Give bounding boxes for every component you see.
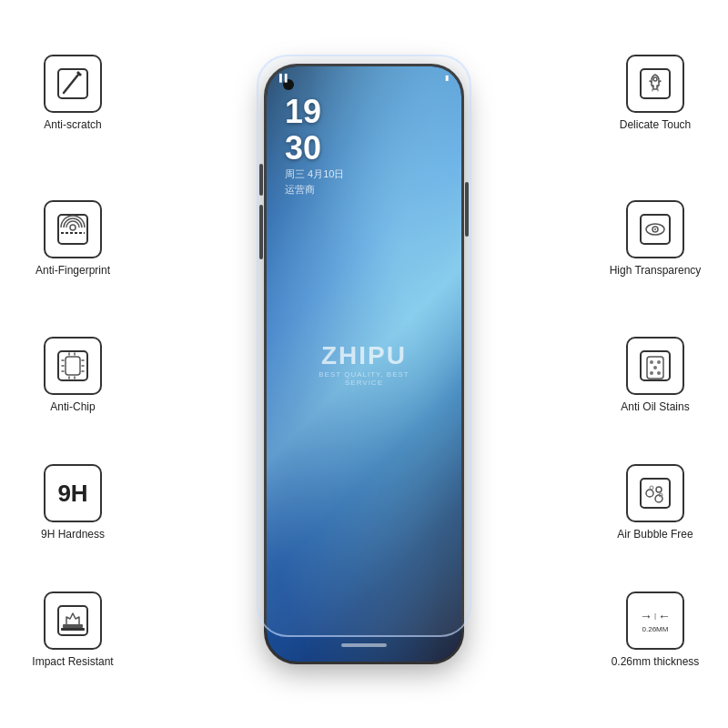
svg-rect-8 [58, 606, 87, 635]
high-transparency-label: High Transparency [610, 264, 702, 277]
home-indicator [341, 643, 387, 647]
feature-impact-resistant: Impact Resistant [18, 592, 127, 668]
chip-icon [56, 349, 89, 382]
svg-point-12 [653, 77, 657, 81]
svg-rect-24 [641, 479, 670, 508]
time-display: 19 30 [285, 93, 321, 167]
svg-line-1 [64, 75, 78, 93]
side-button-left2 [259, 205, 263, 259]
svg-point-28 [650, 486, 653, 490]
svg-point-19 [650, 360, 653, 364]
svg-rect-10 [61, 628, 85, 631]
feature-air-bubble: Air Bubble Free [601, 464, 710, 541]
svg-point-16 [654, 228, 656, 230]
feature-anti-scratch: Anti-scratch [18, 55, 127, 131]
anti-fingerprint-label: Anti-Fingerprint [35, 264, 110, 277]
thickness-icon-box: → | ← 0.26MM [626, 592, 684, 650]
svg-point-4 [70, 225, 76, 230]
bubble-icon-box [626, 464, 684, 522]
side-button-left1 [259, 164, 263, 196]
svg-rect-11 [641, 69, 670, 98]
anti-scratch-label: Anti-scratch [44, 118, 101, 131]
svg-point-26 [656, 487, 662, 492]
9h-label: 9H Hardness [41, 528, 105, 541]
thickness-mm-label: 0.26MM [642, 625, 669, 633]
anti-oil-label: Anti Oil Stains [621, 400, 689, 413]
screen-brand: ZHIPU BEST QUALITY, BEST SERVICE [316, 341, 413, 387]
feature-anti-fingerprint: Anti-Fingerprint [18, 200, 127, 277]
brand-name: ZHIPU [316, 341, 413, 370]
oil-icon [639, 349, 672, 382]
9h-text: 9H [57, 480, 87, 508]
anti-chip-icon-box [44, 337, 102, 395]
fingerprint-icon [56, 213, 89, 246]
phone-screen: ▌▌ ▮ 19 30 周三 4月10日 运营商 ZHIPU BEST QUALI… [267, 66, 461, 662]
transparency-icon [639, 213, 672, 246]
date-display: 周三 4月10日 运营商 [285, 168, 344, 195]
anti-fingerprint-icon-box [44, 200, 102, 258]
phone-wrapper: ▌▌ ▮ 19 30 周三 4月10日 运营商 ZHIPU BEST QUALI… [264, 55, 464, 673]
screen-time: 19 30 [285, 94, 321, 166]
svg-point-22 [650, 371, 653, 375]
phone-section: ▌▌ ▮ 19 30 周三 4月10日 运营商 ZHIPU BEST QUALI… [255, 46, 473, 682]
thickness-value-small: | [654, 612, 656, 620]
svg-point-21 [653, 366, 657, 369]
main-container: Anti-scratch Anti-Fingerprint [0, 0, 728, 728]
air-bubble-label: Air Bubble Free [617, 528, 693, 541]
feature-anti-oil: Anti Oil Stains [601, 337, 710, 413]
bubble-icon [639, 477, 672, 510]
thickness-arrows: → | ← [640, 609, 671, 623]
signal-icon: ▌▌ [279, 74, 289, 82]
svg-rect-7 [66, 357, 80, 375]
touch-icon [639, 67, 672, 100]
feature-thickness: → | ← 0.26MM 0.26mm thickness [601, 592, 710, 668]
oil-icon-box [626, 337, 684, 395]
delicate-touch-label: Delicate Touch [620, 118, 692, 131]
arrow-right: → [640, 609, 652, 623]
phone-body: ▌▌ ▮ 19 30 周三 4月10日 运营商 ZHIPU BEST QUALI… [264, 64, 464, 664]
svg-point-23 [657, 371, 661, 375]
feature-delicate-touch: Delicate Touch [601, 55, 710, 131]
feature-anti-chip: Anti-Chip [18, 337, 127, 413]
impact-icon-box [44, 592, 102, 650]
svg-rect-9 [63, 624, 83, 628]
svg-rect-0 [58, 69, 87, 98]
impact-label: Impact Resistant [32, 655, 113, 668]
feature-high-transparency: High Transparency [601, 200, 710, 277]
anti-chip-label: Anti-Chip [50, 400, 95, 413]
screen-date: 周三 4月10日 运营商 [285, 167, 344, 197]
arrow-left: ← [658, 609, 671, 623]
scratch-icon [56, 67, 89, 100]
impact-icon [56, 604, 89, 637]
svg-point-20 [657, 360, 661, 364]
status-bar: ▌▌ ▮ [267, 74, 461, 82]
brand-tagline: BEST QUALITY, BEST SERVICE [316, 370, 413, 387]
transparency-icon-box [626, 200, 684, 258]
svg-rect-3 [58, 215, 87, 244]
9h-icon-box: 9H [44, 464, 102, 522]
svg-point-25 [646, 490, 653, 497]
anti-scratch-icon-box [44, 55, 102, 113]
feature-9h-hardness: 9H 9H Hardness [18, 464, 127, 541]
thickness-label: 0.26mm thickness [612, 655, 700, 668]
battery-icon: ▮ [445, 74, 449, 82]
delicate-touch-icon-box [626, 55, 684, 113]
side-button-right [465, 182, 469, 237]
